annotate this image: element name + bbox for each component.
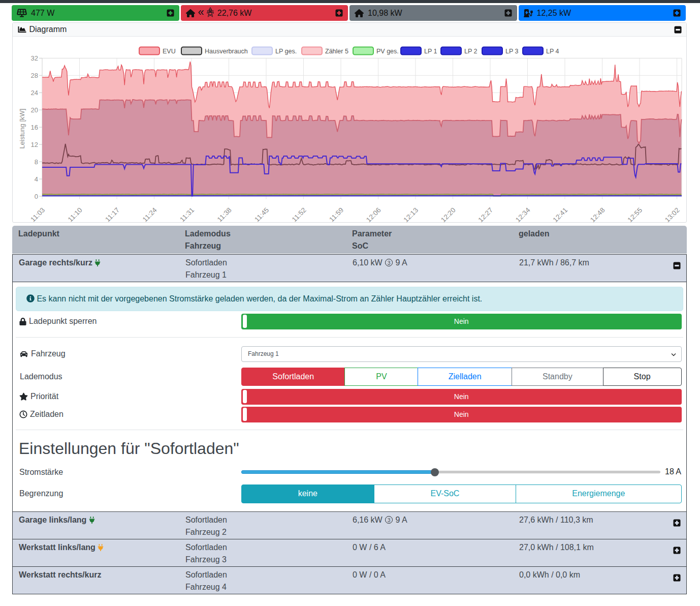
svg-text:PV ges.: PV ges.	[376, 48, 399, 55]
svg-text:LP 1: LP 1	[424, 48, 437, 55]
svg-text:0: 0	[34, 193, 38, 200]
svg-text:EVU: EVU	[163, 48, 176, 55]
svg-text:24: 24	[30, 89, 38, 97]
svg-text:Hausverbrauch: Hausverbrauch	[205, 48, 248, 55]
svg-text:11:17: 11:17	[104, 206, 121, 224]
svg-text:12:20: 12:20	[439, 206, 457, 224]
svg-text:12:48: 12:48	[589, 206, 607, 224]
svg-text:20: 20	[30, 106, 38, 114]
svg-text:11:52: 11:52	[290, 206, 307, 224]
svg-text:11:31: 11:31	[178, 206, 196, 224]
svg-text:LP ges.: LP ges.	[275, 48, 297, 55]
svg-text:32: 32	[30, 54, 38, 62]
svg-text:LP 4: LP 4	[546, 48, 559, 55]
svg-text:12:27: 12:27	[476, 206, 494, 224]
svg-text:11:24: 11:24	[141, 206, 158, 223]
svg-text:Leistung [kW]: Leistung [kW]	[18, 109, 26, 149]
svg-text:13:02: 13:02	[663, 206, 681, 224]
svg-text:11:45: 11:45	[253, 206, 270, 224]
svg-text:11:10: 11:10	[66, 206, 83, 224]
svg-text:LP 3: LP 3	[505, 48, 519, 55]
svg-text:11:38: 11:38	[215, 206, 233, 224]
svg-text:12:34: 12:34	[514, 206, 532, 224]
svg-text:12:55: 12:55	[626, 206, 644, 224]
svg-text:12: 12	[30, 141, 38, 148]
svg-text:8: 8	[34, 158, 38, 166]
svg-text:16: 16	[30, 124, 38, 131]
svg-text:11:59: 11:59	[328, 206, 345, 224]
svg-text:Zähler 5: Zähler 5	[325, 48, 348, 55]
svg-text:28: 28	[30, 72, 38, 79]
svg-text:12:06: 12:06	[365, 206, 383, 224]
svg-text:12:41: 12:41	[551, 206, 569, 224]
svg-text:11:03: 11:03	[29, 206, 46, 224]
svg-text:4: 4	[34, 175, 38, 183]
svg-text:LP 2: LP 2	[464, 48, 478, 55]
svg-text:12:13: 12:13	[402, 206, 420, 224]
